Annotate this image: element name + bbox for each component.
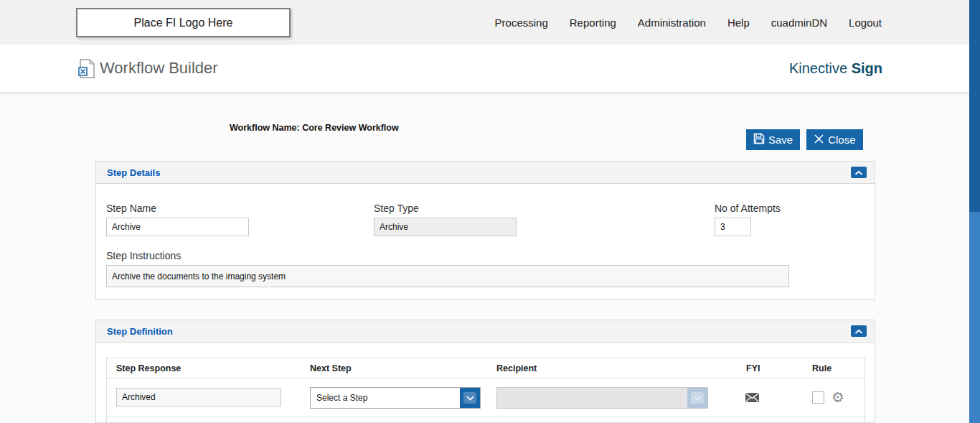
rule-gear-icon[interactable]: ⚙: [831, 388, 844, 406]
step-definition-table: Step Response Next Step Recipient FYI Ru…: [106, 358, 865, 423]
col-step-response: Step Response: [116, 363, 181, 373]
col-fyi: FYI: [746, 363, 760, 373]
col-next-step: Next Step: [310, 363, 352, 373]
step-details-body: Step Name Step Type No of Attempts Step …: [96, 184, 875, 300]
chevron-up-icon: [854, 167, 863, 178]
fyi-envelope-icon[interactable]: [745, 392, 760, 406]
recipient-selected-value: [497, 388, 687, 408]
table-header-row: Step Response Next Step Recipient FYI Ru…: [107, 358, 864, 378]
step-details-header: Step Details: [96, 162, 875, 184]
chevron-down-icon: [463, 392, 476, 404]
step-name-label: Step Name: [106, 203, 156, 214]
instructions-label: Step Instructions: [106, 250, 181, 261]
step-type-input: [374, 218, 517, 236]
step-definition-body: Step Response Next Step Recipient FYI Ru…: [96, 343, 875, 423]
step-details-title: Step Details: [107, 167, 851, 178]
nav-username[interactable]: cuadminDN: [771, 17, 827, 29]
table-row: [107, 417, 864, 423]
step-details-panel: Step Details Step Name Step Type No of A…: [95, 161, 875, 300]
app-header: Workflow Builder Kinective Sign: [0, 45, 980, 92]
nav-reporting[interactable]: Reporting: [570, 17, 616, 29]
brand-first: Kinective: [789, 60, 847, 76]
brand-logo: Kinective Sign: [789, 45, 882, 92]
rule-checkbox[interactable]: [812, 391, 824, 404]
next-step-dropdown-button[interactable]: [460, 388, 480, 408]
page-title: Workflow Builder: [100, 45, 218, 92]
next-step-selected-value: Select a Step: [311, 388, 460, 408]
save-button-label: Save: [768, 134, 793, 146]
step-definition-panel: Step Definition Step Response Next Step …: [95, 320, 875, 423]
collapse-step-definition-button[interactable]: [851, 325, 867, 337]
workflow-name-label: Workflow Name: Core Review Workflow: [230, 123, 399, 133]
step-definition-title: Step Definition: [107, 326, 851, 337]
fi-logo-text: Place FI Logo Here: [134, 17, 233, 29]
chevron-up-icon: [854, 326, 863, 337]
nav-help[interactable]: Help: [727, 17, 750, 29]
recipient-dropdown: [496, 387, 708, 409]
close-button-label: Close: [828, 134, 855, 146]
step-response-input[interactable]: [116, 388, 281, 406]
top-bar: Place FI Logo Here Processing Reporting …: [0, 0, 980, 45]
save-icon: [753, 133, 765, 147]
close-button[interactable]: Close: [806, 129, 862, 150]
fi-logo-placeholder: Place FI Logo Here: [76, 8, 291, 37]
nav-administration[interactable]: Administration: [638, 17, 706, 29]
col-recipient: Recipient: [496, 363, 537, 373]
col-rule: Rule: [812, 363, 831, 373]
workflow-builder-icon: [78, 59, 95, 78]
scrollbar-thumb[interactable]: [969, 0, 980, 212]
step-definition-header: Step Definition: [96, 320, 875, 343]
step-type-label: Step Type: [374, 203, 419, 214]
instructions-input[interactable]: [106, 265, 789, 287]
nav-logout[interactable]: Logout: [849, 17, 882, 29]
recipient-dropdown-button: [687, 388, 707, 408]
attempts-label: No of Attempts: [715, 203, 781, 214]
action-buttons: Save Close: [746, 129, 863, 150]
chevron-down-icon: [691, 392, 704, 404]
next-step-dropdown[interactable]: Select a Step: [310, 387, 481, 409]
attempts-input[interactable]: [715, 218, 751, 236]
vertical-scrollbar[interactable]: [969, 0, 980, 423]
nav-processing[interactable]: Processing: [495, 17, 548, 29]
main-nav: Processing Reporting Administration Help…: [495, 0, 882, 45]
table-row: Select a Step: [107, 378, 864, 417]
collapse-step-details-button[interactable]: [851, 167, 867, 178]
close-icon: [814, 134, 824, 147]
save-button[interactable]: Save: [746, 129, 800, 150]
step-name-input[interactable]: [106, 218, 249, 236]
brand-second: Sign: [852, 60, 882, 76]
